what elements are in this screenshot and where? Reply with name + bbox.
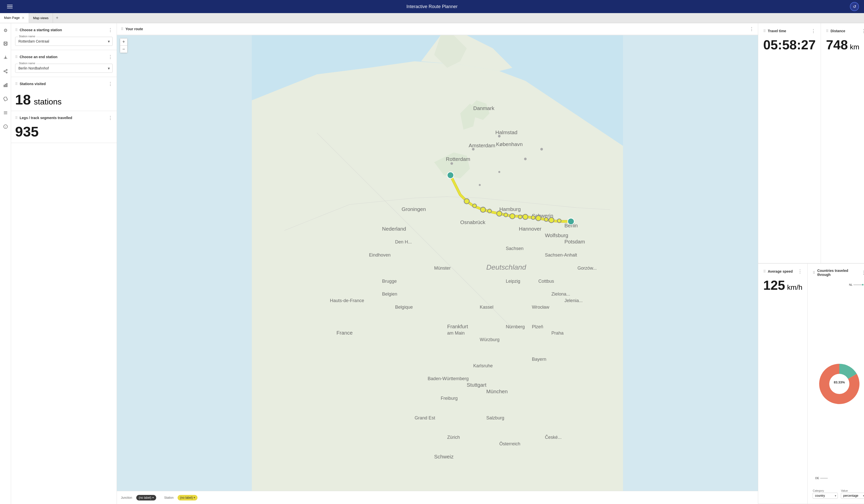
svg-text:Kassel: Kassel xyxy=(480,305,493,310)
zoom-out-button[interactable]: − xyxy=(120,46,127,53)
starting-station-section: ⠿ Choose a starting station ⋮ Station na… xyxy=(11,23,117,50)
pie-chart: 83.33% xyxy=(817,361,862,407)
share-icon[interactable] xyxy=(2,67,9,76)
category-control: Category country region xyxy=(813,489,838,499)
svg-text:Stuttgart: Stuttgart xyxy=(467,382,487,388)
avatar[interactable]: ↺ xyxy=(850,2,859,11)
map-zoom-controls: + − xyxy=(120,38,128,53)
de-label: DE xyxy=(815,477,827,480)
svg-text:Hannover: Hannover xyxy=(519,226,542,232)
chart-icon[interactable] xyxy=(2,81,9,90)
drag-handle-travel[interactable]: ⠿ xyxy=(763,29,766,33)
svg-point-16 xyxy=(498,135,501,137)
svg-text:Leipzig: Leipzig xyxy=(506,279,520,284)
svg-text:Karlsruhe: Karlsruhe xyxy=(473,363,493,368)
station-badge[interactable]: (no label) ▾ xyxy=(178,495,197,501)
svg-text:Sachsen-Anhalt: Sachsen-Anhalt xyxy=(545,253,577,258)
map-panel: ⠿ Your route ⋮ xyxy=(117,23,758,504)
svg-text:Nederland: Nederland xyxy=(382,226,406,232)
end-station-menu[interactable]: ⋮ xyxy=(108,54,112,60)
svg-point-17 xyxy=(524,158,527,160)
junction-badge[interactable]: (no label) ▾ xyxy=(136,495,156,501)
starting-station-select[interactable]: Rotterdam Centraal Amsterdam Centraal Ut… xyxy=(19,39,109,43)
starting-station-menu[interactable]: ⋮ xyxy=(108,27,112,33)
travel-time-menu[interactable]: ⋮ xyxy=(811,28,816,34)
drag-handle-speed[interactable]: ⠿ xyxy=(763,269,766,273)
svg-text:France: France xyxy=(337,330,353,335)
gear-icon[interactable]: ⚙ xyxy=(2,26,9,35)
distance-menu[interactable]: ⋮ xyxy=(862,28,864,34)
svg-text:am Main: am Main xyxy=(447,331,465,335)
starting-station-input-group: Station name Rotterdam Centraal Amsterda… xyxy=(15,37,112,46)
svg-text:Jelenia...: Jelenia... xyxy=(564,298,583,303)
countries-menu[interactable]: ⋮ xyxy=(862,270,864,275)
junction-badge-arrow-icon: ▾ xyxy=(152,496,154,499)
svg-point-84 xyxy=(531,216,535,220)
drag-handle-distance[interactable]: ⠿ xyxy=(826,29,828,33)
svg-point-81 xyxy=(488,209,492,213)
svg-point-85 xyxy=(544,218,548,222)
svg-point-72 xyxy=(464,199,469,204)
left-panel: ⠿ Choose a starting station ⋮ Station na… xyxy=(11,23,117,504)
svg-point-19 xyxy=(479,184,481,186)
tab-add-button[interactable]: + xyxy=(53,15,62,21)
save-icon[interactable] xyxy=(2,40,9,49)
legs-menu[interactable]: ⋮ xyxy=(108,115,112,121)
svg-point-3 xyxy=(6,72,7,73)
stations-visited-header: ⠿ Stations visited ⋮ xyxy=(15,81,112,87)
svg-text:Würzburg: Würzburg xyxy=(480,337,500,342)
svg-text:Cottbus: Cottbus xyxy=(538,279,554,284)
svg-text:Gorzów...: Gorzów... xyxy=(577,266,597,271)
download-icon[interactable] xyxy=(2,54,9,62)
average-speed-menu[interactable]: ⋮ xyxy=(798,269,802,274)
category-select[interactable]: country region xyxy=(813,493,838,499)
svg-text:Münster: Münster xyxy=(434,266,451,271)
puzzle-icon[interactable] xyxy=(2,95,9,104)
svg-rect-5 xyxy=(5,84,6,87)
value-select[interactable]: percentage count xyxy=(841,493,864,499)
drag-handle-legs[interactable]: ⠿ xyxy=(15,116,17,120)
zoom-in-button[interactable]: + xyxy=(120,38,127,46)
drag-handle-countries[interactable]: ⠿ xyxy=(813,271,815,275)
distance-title: Distance xyxy=(830,29,845,33)
svg-point-20 xyxy=(498,171,500,173)
de-country-label: DE xyxy=(815,477,819,480)
tab-bar: Main Page ✕ Map views + xyxy=(0,13,864,23)
map-container[interactable]: Rotterdam Amsterdam Halmstad Danmark Køb… xyxy=(117,35,758,491)
svg-point-1 xyxy=(6,70,7,71)
svg-text:Frankfurt: Frankfurt xyxy=(447,323,468,329)
svg-text:Bayern: Bayern xyxy=(532,357,546,362)
svg-text:Hamburg: Hamburg xyxy=(499,206,521,212)
legs-value: 935 xyxy=(15,124,38,139)
svg-point-75 xyxy=(510,213,515,219)
svg-text:Den H...: Den H... xyxy=(395,239,411,244)
legs-header: ⠿ Legs / track segments travelled ⋮ xyxy=(15,115,112,121)
drag-handle-end[interactable]: ⠿ xyxy=(15,55,17,59)
drag-handle-start[interactable]: ⠿ xyxy=(15,28,17,32)
distance-value: 748 xyxy=(826,38,848,52)
stations-visited-menu[interactable]: ⋮ xyxy=(108,81,112,87)
menu-button[interactable] xyxy=(5,3,15,10)
list-icon[interactable] xyxy=(2,109,9,118)
svg-text:Eindhoven: Eindhoven xyxy=(369,253,391,258)
end-station-select[interactable]: Berlin Nordbahnhof Berlin Hbf Hamburg Hb… xyxy=(19,66,109,70)
drag-handle-map[interactable]: ⠿ xyxy=(121,27,123,31)
end-station-input-label: Station name xyxy=(18,62,36,65)
map-menu[interactable]: ⋮ xyxy=(749,26,754,32)
map-svg: Rotterdam Amsterdam Halmstad Danmark Køb… xyxy=(117,35,758,491)
drag-handle-stations[interactable]: ⠿ xyxy=(15,82,17,86)
svg-point-71 xyxy=(447,172,454,179)
svg-point-77 xyxy=(536,216,541,221)
tab-close-button[interactable]: ✕ xyxy=(22,16,25,20)
tab-map-views[interactable]: Map views xyxy=(29,13,53,23)
stations-visited-title: Stations visited xyxy=(20,82,46,86)
tab-main-page[interactable]: Main Page ✕ xyxy=(0,13,29,23)
map-card-header: ⠿ Your route ⋮ xyxy=(117,23,758,35)
svg-text:České...: České... xyxy=(545,434,562,440)
junction-badge-label: (no label) xyxy=(139,496,152,500)
svg-text:Amsterdam: Amsterdam xyxy=(469,143,495,148)
svg-text:Osnabrück: Osnabrück xyxy=(460,219,485,225)
distance-header: ⠿ Distance ⋮ xyxy=(826,28,864,34)
end-station-section: ⠿ Choose an end station ⋮ Station name B… xyxy=(11,50,117,77)
info-icon[interactable] xyxy=(2,123,9,132)
